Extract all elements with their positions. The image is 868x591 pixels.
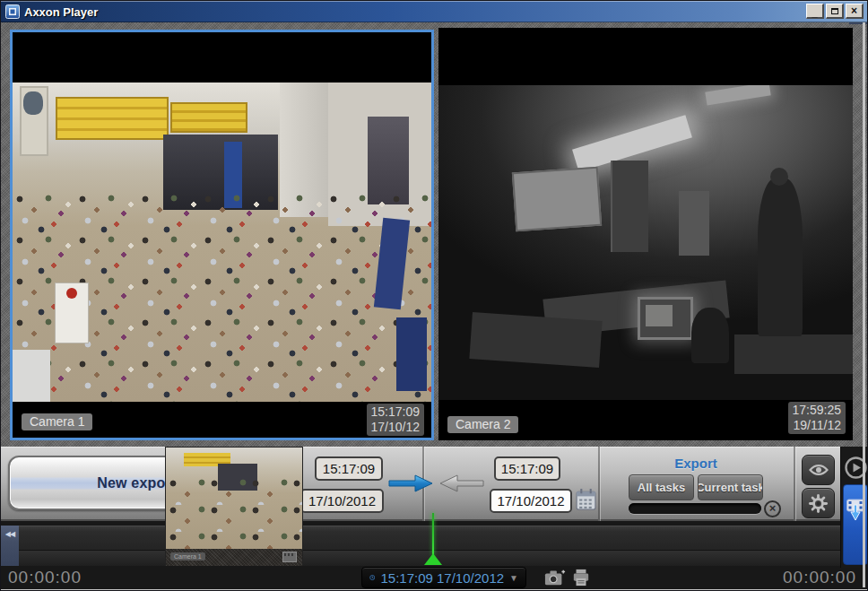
current-time-selector[interactable]: 15:17:09 17/10/2012 ▼ bbox=[361, 567, 526, 588]
cam2-scene-standing-person bbox=[758, 178, 803, 336]
cam2-scene-desk-3 bbox=[734, 335, 853, 374]
cam1-timestamp: 15:17:09 17/10/12 bbox=[367, 404, 425, 436]
thumbnail-camera-label: Camera 1 bbox=[170, 552, 205, 561]
cam2-scene-seated-person bbox=[691, 308, 729, 363]
cam2-video-scene bbox=[438, 85, 853, 400]
skip-to-start-icon[interactable]: ◀◀ bbox=[1, 526, 19, 566]
step-forward-arrow-button[interactable] bbox=[387, 472, 434, 495]
cam2-time: 17:59:25 bbox=[793, 403, 842, 418]
close-button[interactable]: × bbox=[846, 4, 864, 19]
cam1-time: 15:17:09 bbox=[371, 404, 421, 420]
timeline-upper-band[interactable] bbox=[1, 526, 867, 550]
axxon-player-window: Axxon Player _ × bbox=[0, 0, 868, 591]
minimize-button[interactable]: _ bbox=[806, 4, 824, 19]
section-divider bbox=[794, 447, 795, 521]
cam2-scene-door bbox=[611, 161, 648, 252]
settings-button[interactable] bbox=[802, 488, 835, 518]
cam2-name-badge: Camera 2 bbox=[447, 416, 518, 433]
snapshot-icon[interactable] bbox=[544, 569, 566, 587]
title-bar: Axxon Player _ × bbox=[1, 1, 867, 22]
cam2-scene-monitor bbox=[638, 297, 693, 340]
window-title: Axxon Player bbox=[24, 5, 98, 19]
cam1-video-scene bbox=[13, 83, 431, 402]
app-icon bbox=[5, 4, 20, 19]
cam2-letterbox-top bbox=[438, 28, 853, 85]
cam1-scene-yellow-sign bbox=[57, 99, 167, 138]
bottom-status-bar: 00:00:00 15:17:09 17/10/2012 ▼ 00:00:00 bbox=[1, 566, 867, 589]
thumbnail-image bbox=[166, 448, 302, 549]
clock-icon bbox=[369, 569, 375, 586]
window-frame-right bbox=[863, 22, 865, 587]
gear-icon bbox=[808, 493, 829, 514]
view-mode-button[interactable] bbox=[802, 455, 835, 485]
cam1-date: 17/10/12 bbox=[371, 420, 421, 435]
maximize-icon bbox=[831, 8, 838, 14]
thumbnail-film-icon bbox=[282, 552, 297, 562]
cancel-export-icon[interactable]: × bbox=[764, 500, 781, 517]
cam1-letterbox-top bbox=[13, 32, 431, 83]
export-progress-bar bbox=[629, 503, 761, 514]
cam1-scene-doorway bbox=[368, 117, 409, 204]
chevron-down-icon: ▼ bbox=[509, 573, 518, 583]
cam2-timestamp: 17:59:25 19/11/12 bbox=[788, 402, 846, 434]
cam1-scene-checkin-desk-2 bbox=[396, 317, 427, 391]
range-start-time-field[interactable]: 15:17:09 bbox=[315, 456, 383, 481]
cam1-scene-floor-sign bbox=[56, 283, 88, 343]
cam1-scene-counter bbox=[13, 350, 50, 402]
timeline-end-time: 00:00:00 bbox=[783, 568, 856, 587]
thumbnail-footer: Camera 1 bbox=[166, 549, 302, 566]
export-control-bar: New export task 15:17:09 17/10/2012 15:1… bbox=[1, 447, 867, 521]
cam1-scene-poster bbox=[20, 86, 48, 156]
range-start-date-field[interactable]: 17/10/2012 bbox=[300, 489, 384, 513]
cam2-scene-cabinet bbox=[679, 191, 709, 256]
frame-preview-thumbnail: Camera 1 bbox=[165, 447, 303, 566]
camera-1-panel[interactable]: Camera 1 15:17:09 17/10/12 bbox=[10, 30, 434, 440]
playhead-line bbox=[432, 513, 434, 555]
current-task-button[interactable]: Current task bbox=[698, 474, 763, 500]
cam1-name-badge: Camera 1 bbox=[22, 413, 92, 430]
step-back-arrow-button[interactable] bbox=[438, 472, 485, 495]
export-section-title: Export bbox=[599, 456, 793, 471]
maximize-button[interactable] bbox=[826, 4, 844, 19]
range-end-date-field[interactable]: 17/10/2012 bbox=[490, 489, 572, 513]
cam2-date: 19/11/12 bbox=[793, 418, 842, 433]
cam2-scene-desk-2 bbox=[469, 312, 602, 368]
cam1-scene-yellow-sign-2 bbox=[172, 104, 246, 131]
cam2-scene-whiteboard bbox=[512, 167, 602, 232]
playhead-handle[interactable] bbox=[424, 553, 442, 565]
current-datetime-label: 15:17:09 17/10/2012 bbox=[380, 570, 504, 586]
thumbnail-scene-crowd bbox=[166, 478, 302, 549]
cam2-scene-ceiling-light-2 bbox=[705, 85, 770, 106]
calendar-icon[interactable] bbox=[575, 486, 597, 512]
camera-2-panel[interactable]: Camera 2 17:59:25 19/11/12 bbox=[438, 28, 853, 440]
print-icon[interactable] bbox=[570, 569, 592, 587]
timeline-start-time: 00:00:00 bbox=[8, 568, 82, 587]
all-tasks-button[interactable]: All tasks bbox=[629, 474, 694, 500]
range-end-time-field[interactable]: 15:17:09 bbox=[494, 456, 560, 481]
eye-icon bbox=[808, 461, 829, 479]
